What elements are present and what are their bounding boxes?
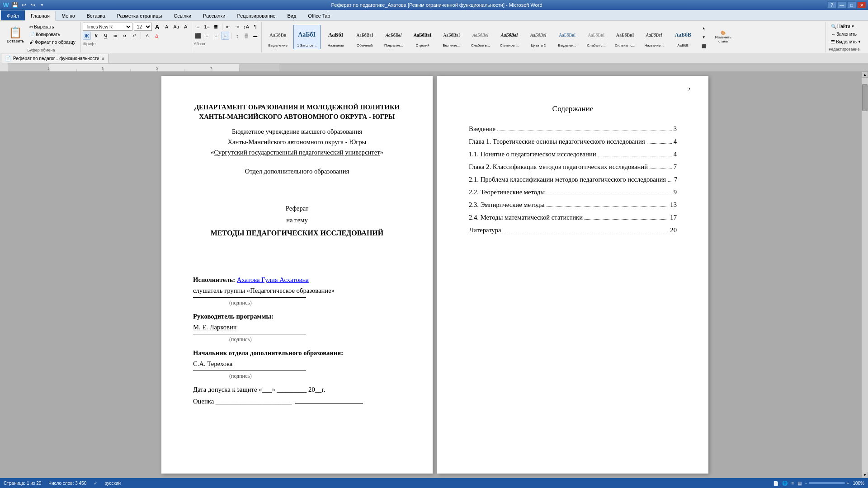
style-nospacing[interactable]: АаБбВвI Без инте... <box>438 25 465 49</box>
grow-font-btn[interactable]: A <box>153 23 161 31</box>
style-bookname[interactable]: АаБбВвI Название... <box>641 25 668 49</box>
page1-inst3-span: Сургутский государственный педагогически… <box>214 149 380 156</box>
style-strongemph[interactable]: АаБбВвI Сильное ... <box>496 25 523 49</box>
doc-tab-icon: 📄 <box>5 56 11 61</box>
page1-inst3: «Сургутский государственный педагогическ… <box>193 147 401 157</box>
case-btn[interactable]: Aa <box>172 23 180 31</box>
sig-label-3: (подпись) <box>229 372 401 380</box>
cut-button[interactable]: ✂Вырезать <box>27 23 78 30</box>
tab-layout[interactable]: Разметка страницы <box>111 10 168 20</box>
sort-btn[interactable]: ↕A <box>242 23 250 31</box>
style-normal[interactable]: АаБбВвI Обычный <box>351 25 378 49</box>
numbering-btn[interactable]: 1≡ <box>203 23 211 31</box>
tab-menu[interactable]: Меню <box>56 10 81 20</box>
tab-mailings[interactable]: Рассылки <box>197 10 231 20</box>
signature-line-2 <box>193 334 306 334</box>
tab-references[interactable]: Ссылки <box>168 10 197 20</box>
change-style-btn[interactable]: 🎨 Изменить стиль <box>711 25 736 49</box>
doc-tab-close[interactable]: ✕ <box>101 56 105 61</box>
shrink-font-btn[interactable]: A <box>163 23 171 31</box>
style-quote2[interactable]: АаБбВвI Цитата 2 <box>525 25 552 49</box>
decrease-indent-btn[interactable]: ⇤ <box>224 23 232 31</box>
border-btn[interactable]: ▬ <box>251 32 259 40</box>
styles-more[interactable]: ⬛ <box>700 42 708 50</box>
italic-btn[interactable]: К <box>92 32 100 40</box>
minimize-btn[interactable]: — <box>837 1 846 9</box>
superscript-btn[interactable]: х² <box>130 32 138 40</box>
style-weakemph[interactable]: АаБбВвI Слабое в... <box>467 25 494 49</box>
scroll-up-arrow[interactable]: ▲ <box>862 71 868 78</box>
qa-dropdown[interactable]: ▼ <box>38 1 46 9</box>
svg-text:3: 3 <box>102 67 104 70</box>
styles-scroll-down[interactable]: ▼ <box>700 33 708 41</box>
strikethrough-btn[interactable]: зк <box>111 32 119 40</box>
tab-view[interactable]: Вид <box>281 10 302 20</box>
ruler-row: 1 3 5 7 <box>0 63 868 71</box>
underline-btn[interactable]: Ч <box>102 32 110 40</box>
maximize-btn[interactable]: □ <box>847 1 856 9</box>
style-heading1[interactable]: АаБбI 1 Заголов... <box>293 25 321 49</box>
help-btn[interactable]: ? <box>827 1 836 9</box>
clear-format-btn[interactable]: A <box>182 23 190 31</box>
zoom-slider[interactable]: - + <box>805 481 849 486</box>
vertical-scrollbar[interactable]: ▲ ▼ <box>862 71 868 478</box>
font-color-btn[interactable]: A <box>153 32 161 40</box>
scrollbar-thumb[interactable] <box>862 84 868 111</box>
zoom-plus[interactable]: + <box>847 481 849 486</box>
clipboard-label: Буфер обмена <box>27 48 55 52</box>
view-outline-icon[interactable]: ≡ <box>791 481 794 486</box>
tab-insert[interactable]: Вставка <box>81 10 111 20</box>
bold-btn[interactable]: Ж <box>83 32 91 40</box>
style-name[interactable]: АаБбI Название <box>322 25 349 49</box>
tab-file[interactable]: Файл <box>1 10 25 20</box>
paste-button[interactable]: 📋 Вставить <box>5 23 26 47</box>
zoom-minus[interactable]: - <box>805 481 807 486</box>
tab-review[interactable]: Рецензирование <box>231 10 281 20</box>
tab-officetab[interactable]: Office Tab <box>302 10 336 20</box>
style-highlight[interactable]: АаБбВв Выделение <box>264 25 292 49</box>
save-quick-btn[interactable]: 💾 <box>11 1 19 9</box>
replace-btn[interactable]: ↔Заменить <box>829 31 863 38</box>
font-size-select[interactable]: 12 <box>134 23 152 31</box>
style-strict[interactable]: АаБбВвI Строгий <box>409 25 436 49</box>
font-name-select[interactable]: Times New R <box>83 23 132 31</box>
undo-quick-btn[interactable]: ↩ <box>20 1 28 9</box>
increase-indent-btn[interactable]: ⇥ <box>233 23 241 31</box>
line-spacing-btn[interactable]: ↕ <box>233 32 241 40</box>
justify-btn[interactable]: ≡ <box>221 32 229 40</box>
view-draft-icon[interactable]: ▤ <box>797 481 802 486</box>
select-btn[interactable]: ☰Выделить▼ <box>829 38 863 45</box>
page1-inst1: Бюджетное учреждение высшего образования <box>193 127 401 136</box>
style-aabbv[interactable]: АаБбВ АаБбВ <box>670 25 697 49</box>
paragraph-label: Абзац <box>194 42 259 46</box>
align-right-btn[interactable]: ≡ <box>212 32 220 40</box>
doc-tab-active[interactable]: 📄 Реферат по педагог... функциональности… <box>1 54 109 63</box>
shading-btn[interactable]: ▒ <box>242 32 250 40</box>
show-marks-btn[interactable]: ¶ <box>251 23 259 31</box>
toc-item-dots <box>547 194 672 194</box>
page1-title: МЕТОДЫ ПЕДАГОГИЧЕСКИХ ИССЛЕДОВАНИЙ <box>193 228 401 239</box>
style-subtitle[interactable]: АаБбВвI Подзагол... <box>380 25 407 49</box>
align-left-btn[interactable]: ⬛ <box>194 32 202 40</box>
styles-scroll-up[interactable]: ▲ <box>700 24 708 32</box>
close-btn[interactable]: ✕ <box>857 1 866 9</box>
pages-container[interactable]: ДЕПАРТАМЕНТ ОБРАЗОВАНИЯ И МОЛОДЕЖНОЙ ПОЛ… <box>8 71 862 478</box>
subscript-btn[interactable]: х₂ <box>121 32 129 40</box>
bullets-btn[interactable]: ≡ <box>194 23 202 31</box>
tab-home[interactable]: Главная <box>25 11 56 21</box>
align-center-btn[interactable]: ≡ <box>203 32 211 40</box>
view-web-icon[interactable]: 🌐 <box>782 481 788 486</box>
style-highlight2[interactable]: АаБбВвI Выделен... <box>554 25 581 49</box>
page1-header2: ХАНТЫ-МАНСИЙСКОГО АВТОНОМНОГО ОКРУГА - Ю… <box>193 113 401 121</box>
toc-item-page: 17 <box>670 212 677 222</box>
style-weakref[interactable]: АаБбВвI Слабая с... <box>583 25 610 49</box>
style-strongref[interactable]: АаБбВвI Сильная с... <box>612 25 639 49</box>
highlight-btn[interactable]: A <box>143 32 151 40</box>
multilevel-btn[interactable]: ≣ <box>212 23 220 31</box>
copy-button[interactable]: 📄Копировать <box>27 31 78 38</box>
find-btn[interactable]: 🔍Найти▼ <box>829 23 863 30</box>
view-print-icon[interactable]: 📄 <box>773 481 778 486</box>
format-painter-button[interactable]: 🖌Формат по образцу <box>27 39 78 46</box>
redo-quick-btn[interactable]: ↪ <box>29 1 37 9</box>
scroll-down-arrow[interactable]: ▼ <box>862 472 868 478</box>
